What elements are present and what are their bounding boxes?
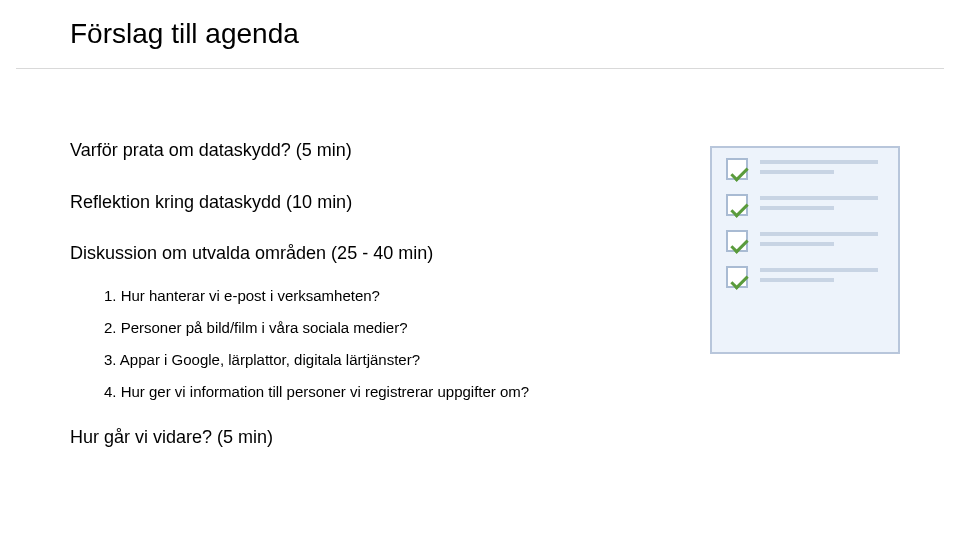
agenda-subitem: 4. Hur ger vi information till personer …: [104, 383, 630, 401]
agenda-item: Varför prata om dataskydd? (5 min): [70, 140, 630, 162]
page-title: Förslag till agenda: [70, 18, 299, 50]
agenda-subitem: 1. Hur hanterar vi e-post i verksamheten…: [104, 287, 630, 305]
placeholder-lines: [760, 266, 884, 288]
agenda-body: Varför prata om dataskydd? (5 min) Refle…: [70, 140, 630, 448]
line-icon: [760, 278, 834, 282]
line-icon: [760, 160, 878, 164]
agenda-item: Reflektion kring dataskydd (10 min): [70, 192, 630, 214]
slide: Förslag till agenda Varför prata om data…: [0, 0, 960, 540]
checkbox-checked-icon: [726, 266, 748, 288]
line-icon: [760, 232, 878, 236]
agenda-item: Hur går vi vidare? (5 min): [70, 427, 630, 449]
checklist-row: [712, 220, 898, 256]
checkbox-checked-icon: [726, 158, 748, 180]
agenda-item: Diskussion om utvalda områden (25 - 40 m…: [70, 243, 630, 265]
line-icon: [760, 170, 834, 174]
agenda-sublist: 1. Hur hanterar vi e-post i verksamheten…: [104, 287, 630, 401]
line-icon: [760, 196, 878, 200]
divider: [16, 68, 944, 69]
checklist-row: [712, 256, 898, 292]
checklist-illustration-icon: [710, 146, 900, 354]
agenda-subitem: 3. Appar i Google, lärplattor, digitala …: [104, 351, 630, 369]
checkbox-checked-icon: [726, 194, 748, 216]
placeholder-lines: [760, 230, 884, 252]
placeholder-lines: [760, 194, 884, 216]
line-icon: [760, 268, 878, 272]
line-icon: [760, 242, 834, 246]
checklist-row: [712, 184, 898, 220]
checklist-row: [712, 148, 898, 184]
line-icon: [760, 206, 834, 210]
agenda-subitem: 2. Personer på bild/film i våra sociala …: [104, 319, 630, 337]
checkbox-checked-icon: [726, 230, 748, 252]
placeholder-lines: [760, 158, 884, 180]
